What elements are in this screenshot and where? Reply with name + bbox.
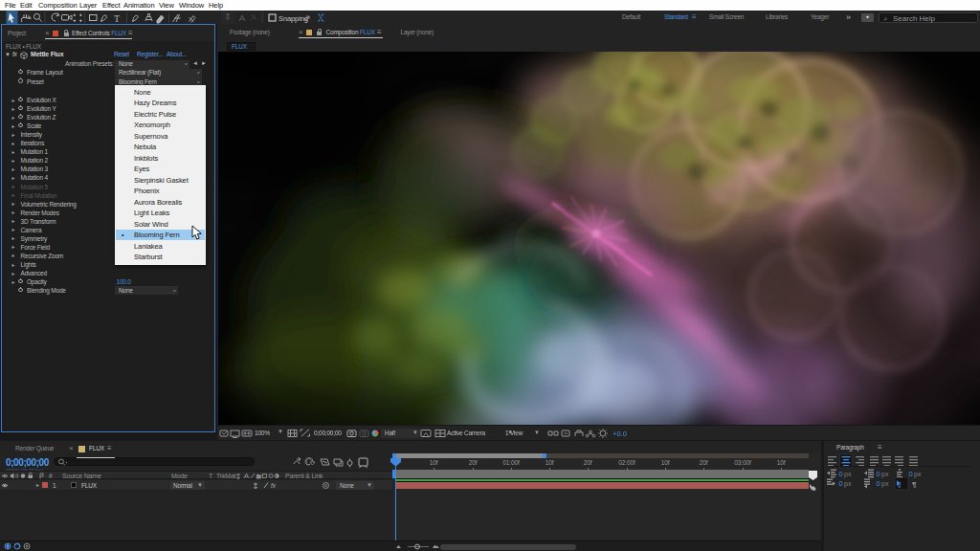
svg-text:T: T — [114, 13, 120, 24]
svg-text:Snapping: Snapping — [278, 14, 308, 23]
svg-text:px: px — [881, 480, 889, 488]
svg-text:¶: ¶ — [912, 480, 917, 489]
svg-text:fx: fx — [271, 482, 277, 489]
svg-text:0: 0 — [839, 479, 843, 488]
svg-text:#: # — [49, 473, 53, 479]
svg-text:px: px — [844, 480, 852, 488]
svg-text:0: 0 — [877, 479, 880, 488]
svg-text:+0.0: +0.0 — [612, 430, 627, 438]
svg-text:fx: fx — [256, 474, 262, 479]
